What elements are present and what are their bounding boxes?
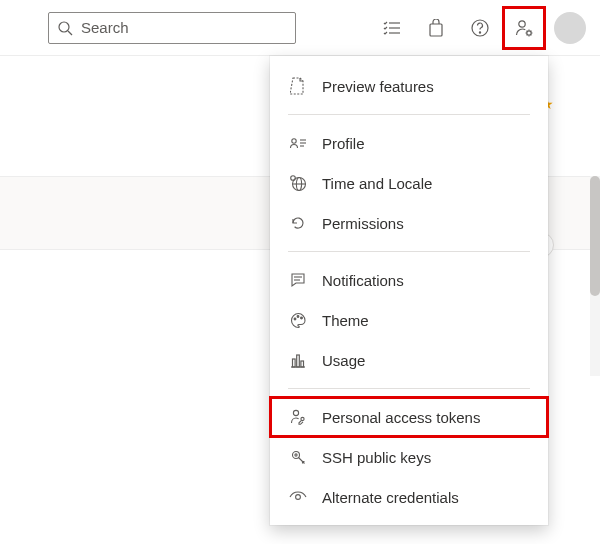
- user-settings-menu: Preview features Profile Time and Locale: [270, 56, 548, 525]
- top-bar: Search: [0, 0, 600, 56]
- menu-item-ssh-keys[interactable]: SSH public keys: [270, 437, 548, 477]
- menu-item-label: Permissions: [322, 215, 404, 232]
- globe-icon: [288, 173, 308, 193]
- svg-line-1: [68, 31, 72, 35]
- list-icon: [383, 19, 401, 37]
- search-input[interactable]: Search: [48, 12, 296, 44]
- menu-item-label: Alternate credentials: [322, 489, 459, 506]
- refresh-icon: [288, 213, 308, 233]
- menu-item-usage[interactable]: Usage: [270, 340, 548, 380]
- svg-point-35: [293, 410, 298, 415]
- scrollbar-thumb[interactable]: [590, 176, 600, 296]
- menu-divider: [288, 114, 530, 115]
- question-icon: [471, 19, 489, 37]
- menu-item-time-locale[interactable]: Time and Locale: [270, 163, 548, 203]
- marketplace-icon[interactable]: [414, 6, 458, 50]
- menu-item-theme[interactable]: Theme: [270, 300, 548, 340]
- svg-line-17: [531, 30, 532, 31]
- search-placeholder: Search: [81, 19, 129, 36]
- document-icon: [288, 76, 308, 96]
- search-icon: [57, 20, 73, 36]
- svg-rect-33: [297, 355, 300, 367]
- menu-divider: [288, 388, 530, 389]
- menu-item-notifications[interactable]: Notifications: [270, 260, 548, 300]
- svg-point-30: [300, 317, 302, 319]
- menu-item-label: Usage: [322, 352, 365, 369]
- palette-icon: [288, 310, 308, 330]
- svg-line-16: [527, 34, 528, 35]
- menu-item-alternate-credentials[interactable]: Alternate credentials: [270, 477, 548, 517]
- menu-item-label: Preview features: [322, 78, 434, 95]
- svg-point-36: [301, 417, 304, 420]
- menu-item-label: Personal access tokens: [322, 409, 480, 426]
- menu-item-label: Time and Locale: [322, 175, 432, 192]
- eye-icon: [288, 487, 308, 507]
- svg-rect-5: [430, 24, 442, 36]
- person-gear-icon: [514, 18, 534, 38]
- menu-item-label: Notifications: [322, 272, 404, 289]
- bar-chart-icon: [288, 350, 308, 370]
- svg-rect-32: [293, 359, 296, 367]
- work-items-icon[interactable]: [370, 6, 414, 50]
- svg-line-15: [531, 34, 532, 35]
- menu-item-label: Profile: [322, 135, 365, 152]
- svg-line-14: [527, 30, 528, 31]
- svg-point-18: [292, 139, 296, 143]
- svg-point-38: [294, 453, 296, 455]
- person-card-icon: [288, 133, 308, 153]
- menu-divider: [288, 251, 530, 252]
- svg-rect-34: [301, 361, 304, 367]
- svg-point-8: [519, 20, 525, 26]
- shopping-bag-icon: [427, 19, 445, 37]
- menu-item-permissions[interactable]: Permissions: [270, 203, 548, 243]
- user-settings-button[interactable]: [502, 6, 546, 50]
- menu-item-profile[interactable]: Profile: [270, 123, 548, 163]
- help-icon[interactable]: [458, 6, 502, 50]
- svg-point-29: [297, 315, 299, 317]
- svg-point-39: [296, 495, 301, 500]
- svg-point-37: [292, 451, 299, 458]
- avatar[interactable]: [554, 12, 586, 44]
- svg-point-7: [479, 31, 480, 32]
- svg-point-0: [59, 22, 69, 32]
- chat-icon: [288, 270, 308, 290]
- person-key-icon: [288, 407, 308, 427]
- svg-point-25: [291, 176, 296, 181]
- menu-item-label: SSH public keys: [322, 449, 431, 466]
- svg-point-28: [294, 318, 296, 320]
- key-icon: [288, 447, 308, 467]
- menu-item-personal-access-tokens[interactable]: Personal access tokens: [270, 397, 548, 437]
- menu-item-preview-features[interactable]: Preview features: [270, 66, 548, 106]
- menu-item-label: Theme: [322, 312, 369, 329]
- svg-point-9: [527, 30, 531, 34]
